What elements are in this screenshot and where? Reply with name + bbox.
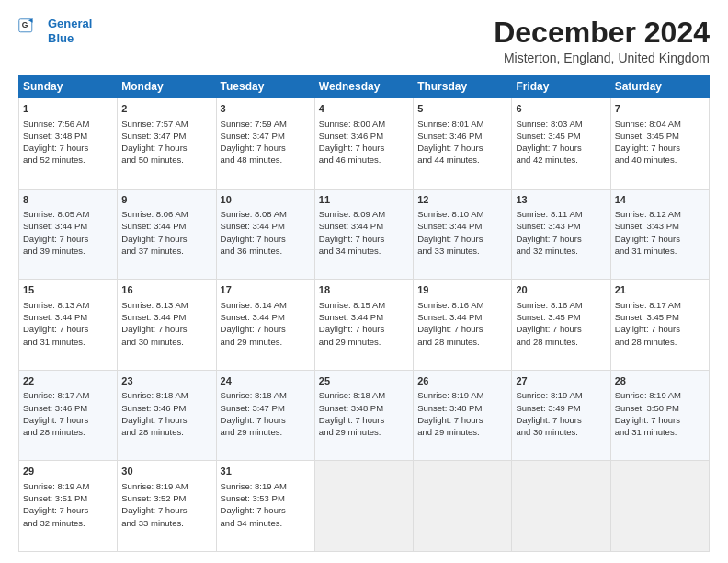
day-number: 22 (23, 374, 113, 388)
calendar-cell (610, 461, 709, 552)
daylight-value: and 32 minutes. (23, 518, 85, 528)
daylight-value: and 30 minutes. (121, 337, 184, 347)
daylight-value: and 33 minutes. (417, 246, 480, 256)
calendar-cell: 24 Sunrise: 8:18 AM Sunset: 3:47 PM Dayl… (216, 370, 314, 461)
day-number: 26 (417, 374, 507, 388)
day-number: 6 (516, 102, 606, 116)
sunset: Sunset: 3:44 PM (121, 312, 186, 322)
calendar-cell (512, 461, 610, 552)
daylight-value: and 29 minutes. (221, 427, 283, 437)
sunrise: Sunrise: 7:59 AM (221, 119, 287, 129)
day-number: 21 (615, 283, 705, 297)
day-number: 17 (221, 283, 311, 297)
calendar-cell: 19 Sunrise: 8:16 AM Sunset: 3:44 PM Dayl… (414, 280, 512, 371)
sunset: Sunset: 3:46 PM (23, 403, 87, 413)
sunset: Sunset: 3:46 PM (319, 131, 383, 141)
calendar-header-thursday: Thursday (414, 75, 512, 98)
daylight-label: Daylight: 7 hours (221, 324, 286, 334)
daylight-label: Daylight: 7 hours (417, 234, 483, 244)
day-number: 8 (23, 193, 113, 207)
sunrise: Sunrise: 8:18 AM (221, 390, 287, 400)
calendar-header-monday: Monday (118, 75, 216, 98)
day-number: 28 (615, 374, 705, 388)
daylight-value: and 28 minutes. (615, 337, 677, 347)
sunset: Sunset: 3:47 PM (121, 131, 186, 141)
calendar-cell: 3 Sunrise: 7:59 AM Sunset: 3:47 PM Dayli… (216, 98, 314, 190)
sunset: Sunset: 3:48 PM (417, 403, 482, 413)
daylight-value: and 28 minutes. (417, 337, 480, 347)
calendar-week-4: 22 Sunrise: 8:17 AM Sunset: 3:46 PM Dayl… (19, 370, 710, 461)
calendar-cell: 14 Sunrise: 8:12 AM Sunset: 3:43 PM Dayl… (610, 189, 709, 280)
daylight-label: Daylight: 7 hours (319, 415, 384, 425)
day-number: 5 (417, 102, 507, 116)
daylight-value: and 48 minutes. (221, 155, 283, 165)
day-number: 25 (319, 374, 409, 388)
logo-icon: G (18, 18, 44, 44)
sunset: Sunset: 3:44 PM (319, 312, 383, 322)
sunset: Sunset: 3:45 PM (615, 312, 679, 322)
calendar-week-3: 15 Sunrise: 8:13 AM Sunset: 3:44 PM Dayl… (19, 280, 710, 371)
sunrise: Sunrise: 8:05 AM (23, 209, 89, 219)
sunset: Sunset: 3:46 PM (121, 403, 186, 413)
calendar-cell: 10 Sunrise: 8:08 AM Sunset: 3:44 PM Dayl… (216, 189, 314, 280)
day-number: 3 (221, 102, 311, 116)
daylight-label: Daylight: 7 hours (516, 234, 581, 244)
calendar-cell: 7 Sunrise: 8:04 AM Sunset: 3:45 PM Dayli… (610, 98, 709, 190)
sunset: Sunset: 3:50 PM (615, 403, 679, 413)
daylight-value: and 29 minutes. (221, 337, 283, 347)
sunset: Sunset: 3:53 PM (221, 493, 285, 503)
day-number: 4 (319, 102, 409, 116)
sunset: Sunset: 3:44 PM (417, 221, 482, 231)
day-number: 27 (516, 374, 606, 388)
sunset: Sunset: 3:44 PM (23, 312, 87, 322)
calendar-cell: 1 Sunrise: 7:56 AM Sunset: 3:48 PM Dayli… (19, 98, 118, 190)
sunrise: Sunrise: 8:19 AM (121, 481, 188, 491)
daylight-value: and 36 minutes. (221, 246, 283, 256)
daylight-label: Daylight: 7 hours (23, 143, 88, 153)
daylight-value: and 29 minutes. (417, 427, 480, 437)
calendar-cell (314, 461, 413, 552)
header: G General Blue December 2024 Misterton, … (18, 17, 710, 65)
day-number: 15 (23, 283, 113, 297)
calendar-header-tuesday: Tuesday (216, 75, 314, 98)
sunrise: Sunrise: 8:11 AM (516, 209, 582, 219)
daylight-value: and 31 minutes. (615, 427, 677, 437)
title-block: December 2024 Misterton, England, United… (494, 17, 710, 65)
sunrise: Sunrise: 8:15 AM (319, 300, 385, 310)
calendar-week-5: 29 Sunrise: 8:19 AM Sunset: 3:51 PM Dayl… (19, 461, 710, 552)
daylight-label: Daylight: 7 hours (615, 234, 680, 244)
sunset: Sunset: 3:45 PM (615, 131, 679, 141)
calendar-cell: 18 Sunrise: 8:15 AM Sunset: 3:44 PM Dayl… (314, 280, 413, 371)
sunrise: Sunrise: 8:16 AM (417, 300, 483, 310)
sunrise: Sunrise: 8:19 AM (23, 481, 89, 491)
calendar-cell: 16 Sunrise: 8:13 AM Sunset: 3:44 PM Dayl… (118, 280, 216, 371)
sunset: Sunset: 3:51 PM (23, 493, 87, 503)
day-number: 29 (23, 465, 113, 478)
daylight-value: and 34 minutes. (221, 518, 283, 528)
day-number: 11 (319, 193, 409, 207)
sunrise: Sunrise: 8:10 AM (417, 209, 483, 219)
sunset: Sunset: 3:49 PM (516, 403, 580, 413)
sunrise: Sunrise: 8:03 AM (516, 119, 582, 129)
daylight-label: Daylight: 7 hours (121, 143, 187, 153)
daylight-label: Daylight: 7 hours (516, 324, 581, 334)
daylight-label: Daylight: 7 hours (319, 143, 384, 153)
daylight-value: and 32 minutes. (516, 246, 578, 256)
calendar-cell: 11 Sunrise: 8:09 AM Sunset: 3:44 PM Dayl… (314, 189, 413, 280)
month-title: December 2024 (494, 17, 710, 49)
calendar-header-wednesday: Wednesday (314, 75, 413, 98)
day-number: 31 (221, 465, 311, 478)
sunset: Sunset: 3:47 PM (221, 131, 285, 141)
daylight-label: Daylight: 7 hours (417, 143, 483, 153)
location: Misterton, England, United Kingdom (494, 51, 710, 65)
sunset: Sunset: 3:43 PM (615, 221, 679, 231)
calendar-cell: 6 Sunrise: 8:03 AM Sunset: 3:45 PM Dayli… (512, 98, 610, 190)
sunrise: Sunrise: 8:16 AM (516, 300, 582, 310)
daylight-label: Daylight: 7 hours (221, 143, 286, 153)
sunset: Sunset: 3:44 PM (23, 221, 87, 231)
daylight-label: Daylight: 7 hours (417, 415, 483, 425)
sunrise: Sunrise: 8:19 AM (516, 390, 582, 400)
daylight-value: and 50 minutes. (121, 155, 184, 165)
day-number: 7 (615, 102, 705, 116)
daylight-value: and 34 minutes. (319, 246, 381, 256)
